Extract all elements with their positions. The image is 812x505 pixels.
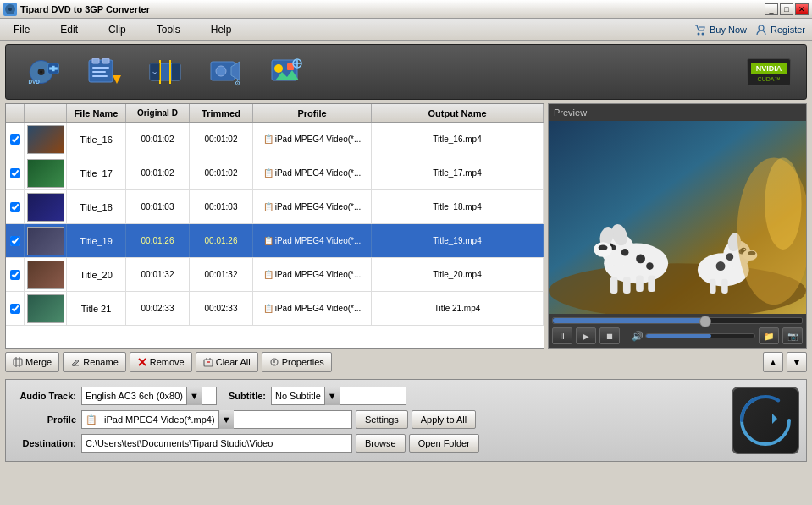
preview-title: Preview (549, 104, 806, 121)
progress-thumb[interactable] (699, 316, 711, 327)
menu-tools[interactable]: Tools (150, 22, 187, 37)
subtitle-dropdown[interactable]: No Subtitle ▼ (271, 387, 406, 405)
apply-to-all-button[interactable]: Apply to All (412, 410, 476, 429)
settings-form: Audio Track: English AC3 6ch (0x80) ▼ Su… (13, 387, 725, 453)
file-list-panel: File Name Original D Trimmed Profile Out… (5, 103, 544, 349)
svg-point-43 (646, 262, 654, 270)
convert-button[interactable] (732, 387, 799, 454)
snapshot-button[interactable]: 📁 (759, 327, 779, 344)
table-row[interactable]: Title_20 00:01:32 00:01:32 📋iPad MPEG4 V… (6, 258, 544, 292)
nvidia-button[interactable]: NVIDIA CUDA™ (742, 49, 796, 95)
stop-button[interactable]: ⏹ (599, 327, 620, 344)
profile-row: Profile 📋 iPad MPEG4 Video(*.mp4) ▼ Sett… (13, 410, 725, 429)
title-name: Title_16 (67, 123, 126, 156)
app-icon (3, 3, 17, 16)
thumbnail (27, 261, 64, 289)
clear-icon (203, 357, 213, 367)
title-name: Title_18 (67, 190, 126, 223)
register-button[interactable]: Register (755, 24, 805, 36)
volume-track[interactable] (645, 333, 755, 338)
table-row[interactable]: Title_17 00:01:02 00:01:02 📋iPad MPEG4 V… (6, 156, 544, 190)
svg-rect-50 (636, 275, 644, 292)
destination-input[interactable] (81, 434, 352, 453)
row-checkbox[interactable] (10, 168, 20, 178)
menu-help[interactable]: Help (204, 22, 239, 37)
svg-rect-17 (92, 75, 108, 77)
merge-button[interactable]: Merge (5, 352, 59, 372)
settings-button[interactable]: Settings (356, 410, 408, 429)
svg-point-2 (698, 32, 700, 35)
table-row[interactable]: Title_18 00:01:03 00:01:03 📋iPad MPEG4 V… (6, 190, 544, 224)
row-checkbox[interactable] (10, 270, 20, 280)
edit-clip-icon (87, 57, 121, 87)
row-checkbox[interactable] (10, 236, 20, 246)
move-down-button[interactable]: ▼ (787, 352, 807, 372)
subtitle-dropdown-arrow[interactable]: ▼ (324, 387, 340, 405)
thumbnail (27, 193, 64, 222)
trim-button[interactable]: ✂ (138, 49, 192, 95)
menu-items: File Edit Clip Tools Help (7, 22, 238, 37)
preview-scene (549, 121, 806, 314)
row-checkbox[interactable] (10, 202, 20, 212)
svg-text:⚙: ⚙ (235, 80, 240, 87)
file-list-body[interactable]: Title_16 00:01:02 00:01:02 📋iPad MPEG4 V… (6, 123, 544, 348)
menu-edit[interactable]: Edit (53, 22, 85, 37)
profile-value: 📋iPad MPEG4 Video(*... (253, 123, 372, 156)
destination-label: Destination: (13, 438, 76, 448)
preview-panel: Preview Bonus Features Not Rated (548, 103, 807, 349)
audio-dropdown-arrow[interactable]: ▼ (186, 387, 202, 405)
play-button[interactable]: ▶ (576, 327, 596, 344)
browse-button[interactable]: Browse (356, 434, 406, 453)
row-checkbox[interactable] (10, 304, 20, 314)
profile-dropdown-arrow[interactable]: ▼ (218, 410, 234, 429)
profile-value: 📋iPad MPEG4 Video(*... (253, 292, 372, 325)
clear-all-button[interactable]: Clear All (196, 352, 258, 372)
effects-button[interactable] (260, 49, 314, 95)
properties-button[interactable]: Properties (262, 352, 332, 372)
menu-file[interactable]: File (7, 22, 36, 37)
profile-control: 📋 iPad MPEG4 Video(*.mp4) ▼ Settings App… (81, 410, 476, 429)
close-button[interactable]: ✕ (795, 3, 809, 15)
minimize-button[interactable]: _ (765, 3, 778, 15)
rename-button[interactable]: Rename (63, 352, 126, 372)
camera-buttons: 📁 📷 (759, 327, 803, 344)
remove-button[interactable]: Remove (130, 352, 192, 372)
svg-rect-64 (710, 279, 716, 294)
profile-dropdown[interactable]: 📋 iPad MPEG4 Video(*.mp4) ▼ (81, 410, 352, 429)
menu-clip[interactable]: Clip (102, 22, 133, 37)
enhance-button[interactable]: ⚙ (199, 49, 253, 95)
table-row[interactable]: Title_16 00:01:02 00:01:02 📋iPad MPEG4 V… (6, 123, 544, 156)
preview-video: Bonus Features Not Rated (549, 121, 806, 314)
volume-icon: 🔊 (632, 331, 644, 342)
subtitle-control: No Subtitle ▼ (271, 387, 406, 405)
col-header-checkbox (6, 104, 25, 122)
add-dvd-button[interactable]: DVD (16, 49, 70, 95)
trimmed-duration: 00:01:02 (190, 156, 253, 189)
row-checkbox[interactable] (10, 134, 20, 145)
edit-clip-button[interactable] (77, 49, 131, 95)
audio-track-dropdown[interactable]: English AC3 6ch (0x80) ▼ (81, 387, 217, 405)
buy-now-button[interactable]: Buy Now (694, 24, 747, 36)
progress-bar[interactable] (552, 317, 803, 324)
svg-point-30 (274, 64, 283, 73)
table-row[interactable]: Title_19 00:01:26 00:01:26 📋iPad MPEG4 V… (6, 224, 544, 258)
camera-button[interactable]: 📷 (782, 327, 803, 344)
move-up-button[interactable]: ▲ (763, 352, 783, 372)
svg-marker-18 (113, 75, 121, 84)
output-name: Title_18.mp4 (372, 190, 544, 223)
toolbar: DVD ✂ (5, 44, 807, 100)
title-bar: Tipard DVD to 3GP Converter _ □ ✕ (0, 0, 812, 19)
table-row[interactable]: Title 21 00:02:33 00:02:33 📋iPad MPEG4 V… (6, 292, 544, 326)
svg-marker-83 (772, 414, 777, 424)
col-header-original: Original D (126, 104, 190, 122)
open-folder-button[interactable]: Open Folder (409, 434, 479, 453)
output-name: Title_16.mp4 (372, 123, 544, 156)
maximize-button[interactable]: □ (780, 3, 793, 15)
thumbnail (27, 125, 64, 154)
file-list-header: File Name Original D Trimmed Profile Out… (6, 104, 544, 123)
pause-button[interactable]: ⏸ (552, 327, 572, 344)
merge-icon (13, 357, 23, 367)
app-title: Tipard DVD to 3GP Converter (20, 4, 150, 14)
audio-track-label: Audio Track: (13, 391, 76, 401)
profile-value: 📋iPad MPEG4 Video(*... (253, 190, 372, 223)
